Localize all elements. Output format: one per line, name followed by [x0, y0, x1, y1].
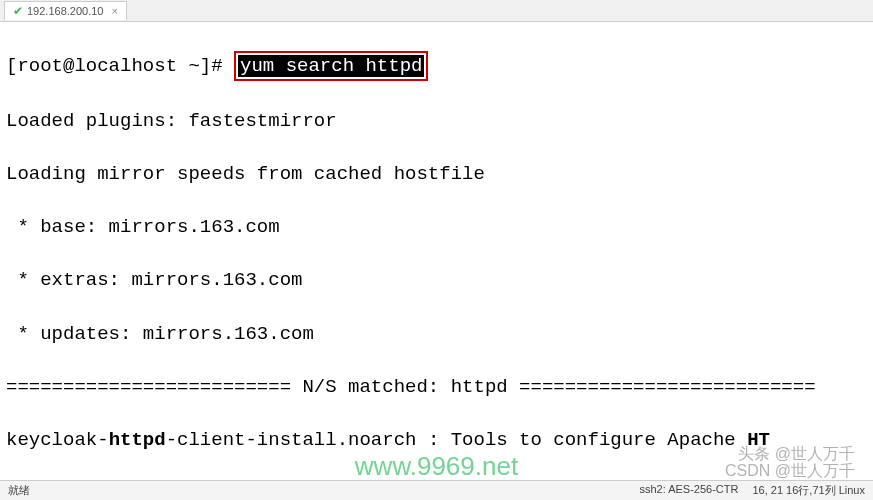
output-line: * base: mirrors.163.com	[6, 214, 867, 241]
output-line: Loading mirror speeds from cached hostfi…	[6, 161, 867, 188]
status-ssh: ssh2: AES-256-CTR	[639, 483, 738, 498]
result-row: keycloak-httpd-client-install.noarch : T…	[6, 427, 867, 454]
output-line: * extras: mirrors.163.com	[6, 267, 867, 294]
tab-label: 192.168.200.10	[27, 5, 103, 17]
output-line: * updates: mirrors.163.com	[6, 321, 867, 348]
check-icon: ✔	[13, 4, 23, 18]
session-tab[interactable]: ✔ 192.168.200.10 ×	[4, 1, 127, 20]
terminal-output[interactable]: [root@localhost ~]# yum search httpd Loa…	[0, 22, 873, 500]
output-line: Loaded plugins: fastestmirror	[6, 108, 867, 135]
highlight-box: yum search httpd	[234, 51, 428, 82]
status-bar: 就绪 ssh2: AES-256-CTR 16, 21 16行,71列 Linu…	[0, 480, 873, 500]
close-icon[interactable]: ×	[111, 5, 117, 17]
status-ready: 就绪	[8, 483, 30, 498]
tab-bar: ✔ 192.168.200.10 ×	[0, 0, 873, 22]
prompt: [root@localhost ~]#	[6, 55, 234, 77]
status-position: 16, 21 16行,71列 Linux	[752, 483, 865, 498]
match-header: ========================= N/S matched: h…	[6, 374, 867, 401]
cmd-line: [root@localhost ~]# yum search httpd	[6, 51, 867, 82]
command-text: yum search httpd	[238, 55, 424, 77]
